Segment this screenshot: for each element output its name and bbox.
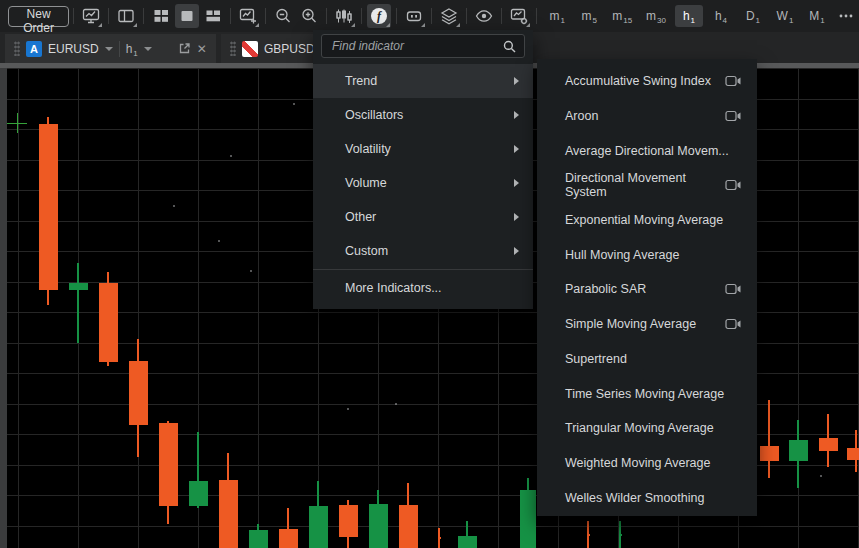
detach-chart-icon[interactable]	[178, 42, 191, 55]
candle-body-bear	[339, 505, 358, 537]
search-icon	[503, 40, 516, 53]
submenu-item-label: Supertrend	[565, 352, 627, 366]
menu-item-other[interactable]: Other	[313, 200, 533, 234]
cbots-button[interactable]	[402, 4, 426, 28]
video-tutorial-icon[interactable]	[725, 75, 742, 87]
timeframe-D1-button[interactable]: D1	[739, 5, 767, 27]
candle-body-bear	[819, 438, 838, 451]
menu-item-label: Volatility	[345, 142, 391, 156]
more-timeframes-button[interactable]	[834, 4, 858, 28]
submenu-item-time-series-moving-average[interactable]: Time Series Moving Average	[537, 376, 757, 411]
submenu-item-directional-movement-system[interactable]: Directional Movement System	[537, 168, 757, 203]
toolbar-separator	[143, 8, 144, 24]
chevron-down-icon[interactable]	[144, 47, 152, 51]
indicators-button[interactable]: f	[367, 4, 391, 28]
timeframe-sub: 1	[691, 16, 695, 25]
submenu-item-aroon[interactable]: Aroon	[537, 99, 757, 134]
trend-submenu-items: Accumulative Swing IndexAroonAverage Dir…	[537, 64, 757, 515]
tab-timeframe[interactable]: h 1	[126, 40, 138, 58]
menu-item-label: More Indicators...	[345, 281, 442, 295]
menu-item-volume[interactable]: Volume	[313, 166, 533, 200]
grid-view-button[interactable]	[149, 4, 173, 28]
submenu-item-supertrend[interactable]: Supertrend	[537, 342, 757, 377]
object-visibility-button[interactable]	[472, 4, 496, 28]
tab-timeframe-main: h	[126, 42, 133, 56]
submenu-item-welles-wilder-smoothing[interactable]: Welles Wilder Smoothing	[537, 480, 757, 515]
timeframe-W1-button[interactable]: W1	[771, 5, 799, 27]
menu-item-trend[interactable]: Trend	[313, 64, 533, 98]
split-view-button[interactable]	[201, 4, 225, 28]
layers-button[interactable]	[437, 4, 461, 28]
submenu-item-label: Directional Movement System	[565, 171, 725, 199]
submenu-item-simple-moving-average[interactable]: Simple Moving Average	[537, 307, 757, 342]
timeframe-sub: 1	[756, 16, 760, 25]
menu-item-custom[interactable]: Custom	[313, 234, 533, 268]
submenu-item-average-directional-movem[interactable]: Average Directional Movem...	[537, 133, 757, 168]
tab-symbol-label: EURUSD	[48, 42, 99, 56]
submenu-item-hull-moving-average[interactable]: Hull Moving Average	[537, 237, 757, 272]
tab-eurusd[interactable]: A EURUSD h 1 ✕	[5, 34, 216, 63]
submenu-item-parabolic-sar[interactable]: Parabolic SAR	[537, 272, 757, 307]
video-tutorial-icon[interactable]	[725, 179, 742, 191]
timeframe-m30-button[interactable]: m30	[641, 5, 671, 27]
submenu-arrow-icon	[514, 179, 519, 187]
timeframe-h4-button[interactable]: h4	[707, 5, 735, 27]
candle-body-bear	[99, 283, 118, 362]
submenu-item-label: Time Series Moving Average	[565, 387, 724, 401]
submenu-item-accumulative-swing-index[interactable]: Accumulative Swing Index	[537, 64, 757, 99]
indicator-search[interactable]	[321, 34, 525, 58]
timeframe-m15-button[interactable]: m15	[607, 5, 637, 27]
candle-body-bull	[249, 530, 268, 548]
submenu-item-label: Hull Moving Average	[565, 248, 679, 262]
close-tab-icon[interactable]: ✕	[197, 43, 207, 55]
noise-dot	[230, 155, 232, 157]
chart-left-border[interactable]	[0, 68, 7, 548]
chart-settings-button[interactable]	[507, 4, 531, 28]
menu-item-volatility[interactable]: Volatility	[313, 132, 533, 166]
candle-body-bear	[219, 480, 238, 548]
menu-item-oscillators[interactable]: Oscillators	[313, 98, 533, 132]
candle-body-bull	[69, 283, 88, 290]
timeframe-h1-button[interactable]: h1	[675, 5, 703, 27]
submenu-item-weighted-moving-average[interactable]: Weighted Moving Average	[537, 446, 757, 481]
new-order-button[interactable]: New Order	[8, 6, 69, 27]
drag-handle-icon[interactable]	[14, 41, 20, 56]
layout-button[interactable]	[114, 4, 138, 28]
drag-handle-icon[interactable]	[230, 41, 236, 56]
search-input[interactable]	[330, 38, 497, 54]
timeframe-m5-button[interactable]: m5	[575, 5, 603, 27]
chevron-down-icon[interactable]	[105, 47, 113, 51]
submenu-item-exponential-moving-average[interactable]: Exponential Moving Average	[537, 203, 757, 238]
submenu-arrow-icon	[514, 145, 519, 153]
video-tutorial-icon[interactable]	[725, 318, 742, 330]
submenu-item-label: Welles Wilder Smoothing	[565, 491, 704, 505]
add-chart-button[interactable]	[236, 4, 260, 28]
candle-body-bear	[399, 505, 418, 548]
timeframe-m1-button[interactable]: m1	[543, 5, 571, 27]
trend-submenu: Accumulative Swing IndexAroonAverage Dir…	[537, 59, 757, 516]
zoom-in-button[interactable]	[297, 4, 321, 28]
noise-dot	[347, 408, 349, 410]
chart-display-button[interactable]	[79, 4, 103, 28]
video-tutorial-icon[interactable]	[725, 283, 742, 295]
candle-wick	[768, 400, 770, 478]
submenu-corner	[386, 23, 390, 27]
chart-type-button[interactable]	[332, 4, 356, 28]
timeframe-M1-button[interactable]: M1	[803, 5, 831, 27]
timeframe-group: m1m5m15m30h1h4D1W1M1	[541, 5, 833, 27]
toolbar-separator	[466, 8, 467, 24]
timeframe-sub: 5	[592, 16, 596, 25]
menu-item-more-indicators[interactable]: More Indicators...	[313, 271, 533, 305]
toolbar-separator	[396, 8, 397, 24]
split-view-icon	[203, 6, 223, 26]
submenu-item-triangular-moving-average[interactable]: Triangular Moving Average	[537, 411, 757, 446]
timeframe-main: m	[646, 9, 656, 23]
noise-dot	[250, 270, 252, 272]
single-view-button[interactable]	[175, 4, 199, 28]
candle-body-bull	[458, 536, 477, 548]
candle-body-bull	[789, 440, 808, 461]
candle-body-bull	[619, 534, 622, 536]
video-tutorial-icon[interactable]	[725, 110, 742, 122]
zoom-out-button[interactable]	[271, 4, 295, 28]
gridline-horizontal	[7, 526, 859, 527]
